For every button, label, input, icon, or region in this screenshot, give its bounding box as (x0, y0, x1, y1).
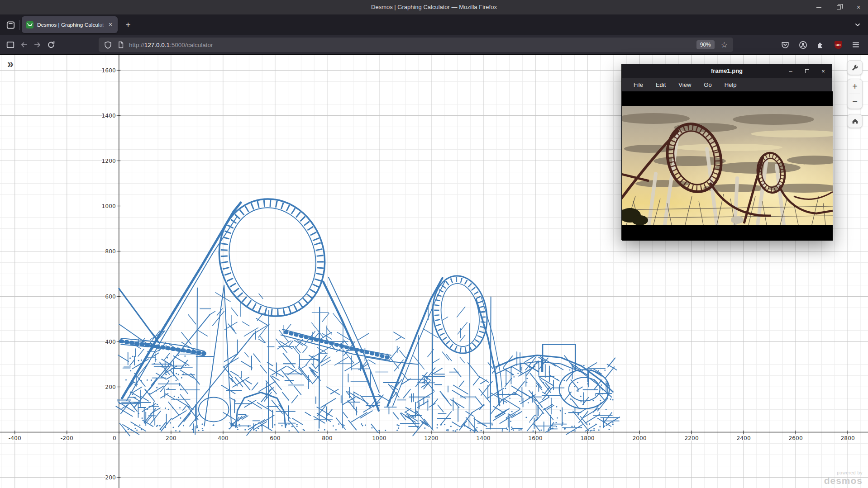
svg-text:1200: 1200 (424, 435, 438, 441)
wrench-icon (851, 64, 859, 72)
zoom-out-button[interactable]: − (848, 94, 862, 109)
svg-text:2200: 2200 (684, 435, 698, 441)
svg-text:0: 0 (113, 435, 116, 441)
minimize-icon[interactable] (816, 4, 822, 10)
tab-title: Desmos | Graphing Calculat (37, 22, 106, 28)
pocket-icon[interactable] (778, 38, 792, 52)
list-all-tabs-chevron-icon[interactable] (852, 19, 863, 31)
viewer-maximize-icon[interactable] (804, 69, 810, 73)
svg-text:2800: 2800 (840, 435, 854, 441)
menu-hamburger-icon[interactable] (849, 38, 863, 52)
zoom-level-badge[interactable]: 90% (696, 40, 715, 49)
bookmark-star-icon[interactable]: ☆ (721, 40, 728, 50)
nav-toolbar: http://127.0.0.1:5000/calculator 90% ☆ u… (0, 35, 868, 55)
svg-text:600: 600 (270, 435, 280, 441)
window-controls: × (816, 0, 862, 14)
svg-text:2400: 2400 (736, 435, 750, 441)
desmos-favicon (26, 21, 33, 28)
new-tab-button[interactable]: + (121, 18, 135, 32)
svg-text:800: 800 (105, 248, 115, 255)
window-title: Desmos | Graphing Calculator — Mozilla F… (0, 0, 868, 14)
desmos-graph-area[interactable]: -400-20002004006008001000120014001600180… (0, 55, 868, 488)
svg-text:-200: -200 (103, 474, 116, 481)
page-info-icon[interactable] (117, 41, 124, 48)
svg-text:1600: 1600 (102, 67, 116, 74)
ublock-badge: uO (835, 41, 842, 49)
svg-text:600: 600 (105, 294, 115, 300)
close-icon[interactable]: × (855, 4, 862, 10)
zoom-in-button[interactable]: + (848, 79, 862, 94)
url-text[interactable]: http://127.0.0.1:5000/calculator (129, 42, 696, 48)
sidebar-toggle-icon[interactable] (4, 38, 17, 52)
home-viewport-button[interactable] (847, 114, 863, 128)
graph-settings-button[interactable] (847, 60, 863, 75)
watermark-brand: desmos (824, 476, 863, 485)
zoom-button-group: + − (847, 79, 863, 109)
tab-close-icon[interactable]: × (106, 21, 114, 29)
firefox-view-icon[interactable] (4, 18, 17, 32)
svg-text:1200: 1200 (102, 158, 116, 164)
reload-icon[interactable] (44, 38, 58, 52)
svg-text:1600: 1600 (528, 435, 542, 441)
ublock-origin-icon[interactable]: uO (831, 38, 845, 52)
watermark-powered-by: powered by (824, 471, 863, 475)
svg-text:400: 400 (105, 339, 115, 345)
url-bar[interactable]: http://127.0.0.1:5000/calculator 90% ☆ (99, 38, 733, 52)
viewer-menu-help[interactable]: Help (720, 80, 741, 90)
restore-icon[interactable] (835, 4, 842, 10)
svg-text:2000: 2000 (632, 435, 646, 441)
viewer-menu-view[interactable]: View (674, 80, 696, 90)
svg-text:200: 200 (166, 435, 176, 441)
svg-text:1400: 1400 (102, 113, 116, 119)
desmos-watermark: powered by desmos (824, 471, 863, 485)
graph-controls: + − (847, 60, 863, 132)
svg-text:1400: 1400 (476, 435, 490, 441)
coaster-photo (622, 106, 833, 225)
forward-icon[interactable] (31, 38, 44, 52)
viewer-close-icon[interactable]: × (820, 68, 826, 75)
image-viewer-window[interactable]: frame1.png – × File Edit View Go Help (621, 64, 832, 240)
svg-text:-200: -200 (61, 435, 73, 441)
back-icon[interactable] (17, 38, 31, 52)
shield-icon[interactable] (104, 41, 112, 49)
viewer-window-controls: – × (787, 64, 826, 78)
tab-desmos[interactable]: Desmos | Graphing Calculat × (22, 16, 118, 33)
tab-bar: Desmos | Graphing Calculat × + (0, 14, 868, 35)
viewer-minimize-icon[interactable]: – (787, 68, 794, 75)
svg-text:-400: -400 (9, 435, 21, 441)
home-icon (851, 117, 859, 125)
expand-expressions-icon[interactable]: » (7, 58, 14, 70)
viewer-menu-edit[interactable]: Edit (651, 80, 670, 90)
account-icon[interactable] (796, 38, 810, 52)
svg-text:2600: 2600 (788, 435, 802, 441)
viewer-menu-file[interactable]: File (629, 80, 648, 90)
svg-text:1800: 1800 (580, 435, 594, 441)
viewer-menubar: File Edit View Go Help (622, 78, 832, 91)
toolbar-right-icons: uO (778, 38, 863, 52)
viewer-titlebar[interactable]: frame1.png – × (622, 64, 832, 78)
svg-text:200: 200 (105, 384, 115, 390)
extensions-puzzle-icon[interactable] (814, 38, 827, 52)
svg-text:1000: 1000 (102, 203, 116, 209)
viewer-content (622, 91, 833, 241)
viewer-menu-go[interactable]: Go (699, 80, 716, 90)
tab-separator (19, 20, 19, 30)
browser-titlebar[interactable]: Desmos | Graphing Calculator — Mozilla F… (0, 0, 868, 14)
svg-text:800: 800 (322, 435, 332, 441)
svg-text:400: 400 (218, 435, 228, 441)
svg-text:1000: 1000 (372, 435, 386, 441)
